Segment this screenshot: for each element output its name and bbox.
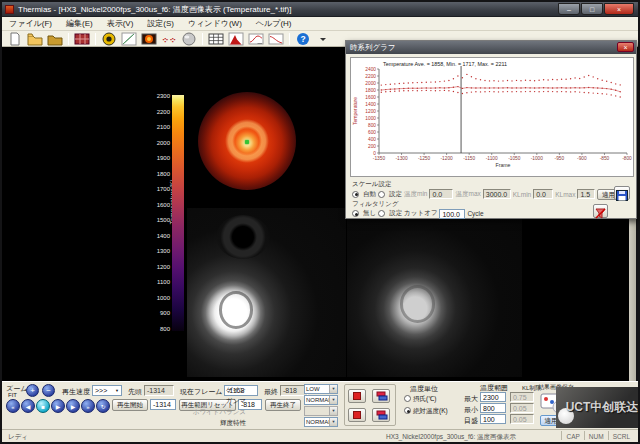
luminance-dropdown[interactable]: NORMAL▼	[304, 417, 338, 427]
gain-dropdown[interactable]: LOW▼	[304, 384, 338, 394]
thermal-image-icon[interactable]	[139, 31, 159, 46]
thermal-image[interactable]	[198, 92, 296, 190]
chevron-down-icon: ▼	[329, 396, 337, 404]
red-display-button-1[interactable]	[348, 389, 366, 403]
save-folder-icon[interactable]	[45, 31, 65, 46]
svg-text:-1100: -1100	[486, 156, 498, 161]
minimize-button[interactable]: –	[558, 3, 580, 15]
red-blue-display-button-2[interactable]	[372, 408, 390, 422]
temp-range-kl-field: 0.05	[510, 403, 534, 413]
new-file-icon[interactable]	[5, 31, 25, 46]
colorbar-tick: 1400	[157, 233, 170, 239]
svg-text:-1350: -1350	[373, 156, 386, 161]
line-chart-icon[interactable]	[119, 31, 139, 46]
time-series-chart[interactable]: 0200400600800100012001400160018002000220…	[351, 58, 633, 176]
scale-field-label: 温度max	[455, 190, 480, 199]
gamma-dropdown[interactable]: NORMAL▼	[304, 395, 338, 405]
svg-text:1600: 1600	[365, 95, 376, 100]
temp-range-value-field[interactable]: 2300	[480, 392, 506, 402]
white-balance-dropdown[interactable]: ▼	[304, 406, 338, 416]
colorbar-tick: 2200	[157, 109, 170, 115]
svg-text:800: 800	[368, 123, 376, 128]
scale-manual-radio[interactable]	[378, 191, 385, 198]
save-graph-button[interactable]	[614, 186, 630, 200]
filter-none-radio[interactable]	[352, 210, 359, 217]
colorbar-tick: 800	[160, 326, 170, 332]
grayscale-image-right[interactable]	[347, 210, 522, 377]
svg-text:-1000: -1000	[531, 156, 544, 161]
dropdown-arrow-icon[interactable]	[313, 31, 333, 46]
menu-item-2[interactable]: 編集(E)	[59, 18, 100, 29]
pattern-icon[interactable]: ⁘⁘	[159, 31, 179, 46]
chart-rising-icon[interactable]	[246, 31, 266, 46]
svg-text:⁘⁘: ⁘⁘	[161, 34, 176, 44]
scale-manual-label: 設定	[389, 190, 402, 199]
temp-range-value-field[interactable]: 800	[480, 403, 506, 413]
menu-item-5[interactable]: ウィンドウ(W)	[181, 18, 249, 29]
temp-unit-option-1[interactable]: 摂氏(℃)	[404, 395, 436, 404]
temp-range-value-field[interactable]: 100	[480, 414, 506, 424]
colorbar-tick: 2300	[157, 93, 170, 99]
chart-area[interactable]: 0200400600800100012001400160018002000220…	[350, 57, 634, 177]
watermark-text: UCT中创联达	[556, 399, 638, 416]
status-ready: レディ	[8, 433, 28, 442]
status-file: HX3_Nickel2000fps_300us_f6: 温度画像表示	[386, 433, 516, 442]
menu-item-6[interactable]: ヘルプ(H)	[249, 18, 299, 29]
status-bar: レディ HX3_Nickel2000fps_300us_f6: 温度画像表示 C…	[2, 429, 638, 442]
menu-item-3[interactable]: 表示(V)	[100, 18, 141, 29]
gamma-row: ガンマNORMAL▼	[2, 395, 342, 406]
chart-falling-icon[interactable]	[266, 31, 286, 46]
colorbar-tick: 2100	[157, 124, 170, 130]
menu-item-1[interactable]: ファイル(F)	[2, 18, 59, 29]
toolbar-separator	[68, 33, 69, 45]
status-keys: CAPNUMSCRL	[561, 431, 634, 440]
status-key-num: NUM	[584, 431, 608, 440]
window-title: Thermias - [HX3_Nickel2000fps_300us_f6: …	[18, 2, 291, 17]
colorbar-tick: 1600	[157, 202, 170, 208]
temp-unit-option-2[interactable]: 絶対温度(K)	[404, 407, 448, 416]
sphere-icon[interactable]	[179, 31, 199, 46]
svg-text:200: 200	[368, 144, 376, 149]
svg-text:2000: 2000	[365, 81, 376, 86]
cutoff-field[interactable]: 100.0	[439, 209, 465, 219]
scale-field-label: KLmin	[513, 191, 531, 198]
kl-min-field[interactable]: 0.0	[533, 189, 553, 199]
film-frames-icon[interactable]	[72, 31, 92, 46]
temp-range-kl-field: 0.75	[510, 392, 534, 402]
grayscale-image-left[interactable]	[187, 208, 346, 377]
svg-text:2400: 2400	[365, 67, 376, 72]
toolbar-separator	[95, 33, 96, 45]
scale-auto-radio[interactable]	[352, 191, 359, 198]
histogram-icon[interactable]	[226, 31, 246, 46]
red-display-button-2[interactable]	[348, 408, 366, 422]
colorbar-tick: 1900	[157, 155, 170, 161]
svg-text:1800: 1800	[365, 88, 376, 93]
svg-text:-1050: -1050	[508, 156, 521, 161]
temp-min-field[interactable]: 0.0	[429, 189, 453, 199]
red-blue-display-button-1[interactable]	[372, 389, 390, 403]
temp-range-kl-field: 0.05	[510, 414, 534, 424]
graph-close-button[interactable]: ×	[617, 42, 634, 52]
svg-text:-900: -900	[577, 156, 587, 161]
temp-max-field[interactable]: 3000.0	[483, 189, 511, 199]
close-button[interactable]: ×	[604, 3, 634, 15]
kl-max-field[interactable]: 1.5	[577, 189, 595, 199]
svg-text:?: ?	[300, 34, 305, 44]
watermark: UCT中创联达	[556, 387, 638, 428]
help-icon[interactable]: ?	[293, 31, 313, 46]
filter-manual-radio[interactable]	[378, 210, 385, 217]
image-adjust-combos: ゲインLOW▼ガンマNORMAL▼ホワイトバランス▼輝度特性NORMAL▼	[2, 384, 342, 428]
cutoff-label: カットオフ	[404, 209, 437, 218]
menu-item-4[interactable]: 設定(S)	[140, 18, 181, 29]
camera-target-icon[interactable]	[99, 31, 119, 46]
scale-field-label: KLmax	[555, 191, 575, 198]
status-key-scrl: SCRL	[608, 431, 634, 440]
maximize-button[interactable]: □	[581, 3, 603, 15]
graph-window-title: 時系列グラフ	[350, 43, 396, 52]
colorbar-tick: 1300	[157, 248, 170, 254]
open-folder-icon[interactable]	[25, 31, 45, 46]
temp-unit-label: 温度単位	[410, 384, 438, 394]
grid-icon[interactable]	[206, 31, 226, 46]
filter-toggle-button[interactable]	[593, 204, 608, 218]
scale-settings-row: 自動 設定 温度min 0.0 温度max 3000.0 KLmin 0.0 K…	[352, 188, 634, 200]
